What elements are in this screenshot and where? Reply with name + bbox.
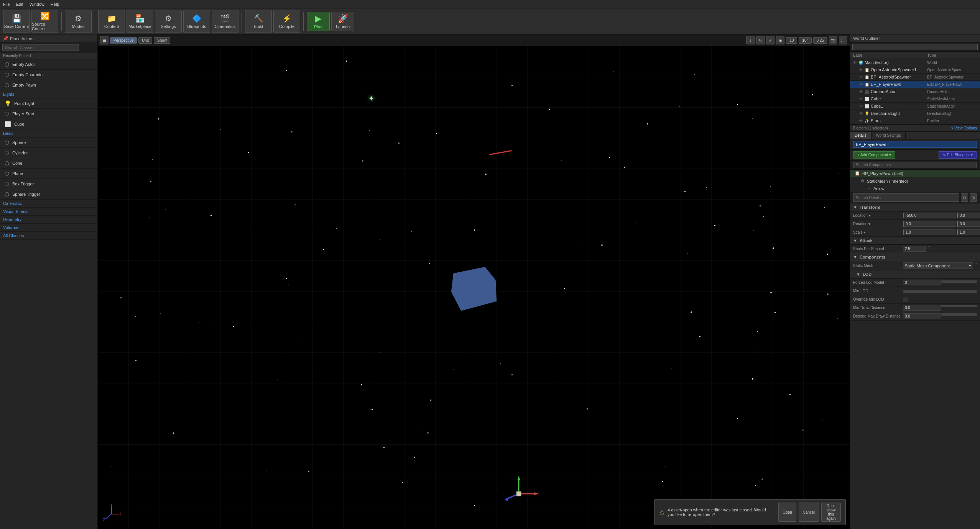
- viewport[interactable]: ☰ Perspective Unit Show ↕ ↻ ⤢ ◉ 10 10° 0…: [98, 34, 850, 529]
- camera-speed-btn[interactable]: 📷: [829, 36, 837, 44]
- box-trigger-icon: ⬡: [5, 181, 9, 187]
- build-button[interactable]: 🔨 Build: [245, 10, 272, 33]
- category-basic[interactable]: Basic: [0, 129, 97, 138]
- actor-name-input[interactable]: [853, 141, 977, 148]
- cinematics-button[interactable]: 🎬 Cinematics: [212, 10, 238, 33]
- category-all-classes[interactable]: All Classes: [0, 232, 97, 240]
- lod-section-header[interactable]: ▼ LOD: [850, 270, 980, 278]
- outliner-item-open-asteroid[interactable]: 👁 📋 Open AsteroidSpawner1 Open AsteroidS…: [850, 66, 980, 74]
- static-mesh-dropdown[interactable]: Static Mesh Component ▾: [903, 262, 973, 269]
- outliner-item-cube[interactable]: 👁 ⬜ Cube StaticMeshActor: [850, 95, 980, 103]
- view-options-btn[interactable]: ▾ View Options: [951, 126, 977, 130]
- scale-y-input[interactable]: [957, 229, 980, 235]
- comp-item-self[interactable]: 📋 BP_PlayerPawn (self): [850, 170, 980, 177]
- actor-item-empty-character[interactable]: ⬡ Empty Character: [0, 70, 97, 80]
- shots-help-icon[interactable]: ?: [928, 246, 931, 252]
- coord-btn[interactable]: ◉: [776, 36, 784, 44]
- show-btn[interactable]: Show: [154, 37, 170, 44]
- notification-dont-show-btn[interactable]: Don't show this again: [821, 503, 841, 522]
- min-draw-slider[interactable]: [941, 305, 977, 307]
- actor-item-box-trigger[interactable]: ⬡ Box Trigger: [0, 179, 97, 189]
- location-x-input[interactable]: [903, 213, 956, 218]
- rotate-btn[interactable]: ↻: [756, 36, 765, 44]
- actor-item-sphere[interactable]: ⬡ Sphere: [0, 138, 97, 148]
- world-settings-tab[interactable]: World Settings: [871, 132, 906, 139]
- rot-snap-btn[interactable]: 10°: [799, 37, 811, 44]
- outliner-item-bp-asteroid[interactable]: 👁 📋 BP_AsteroidSpawner BP_AsteroidSpawne…: [850, 74, 980, 81]
- min-draw-distance-input[interactable]: [903, 305, 941, 311]
- rotation-x-input[interactable]: [903, 221, 956, 227]
- desired-max-slider[interactable]: [941, 313, 977, 316]
- actor-item-cone[interactable]: ⬡ Cone: [0, 158, 97, 169]
- location-y-input[interactable]: [957, 213, 980, 218]
- override-min-lod-checkbox[interactable]: [903, 297, 908, 302]
- outliner-item-main[interactable]: 👁 🌍 Main (Editor) World: [850, 59, 980, 66]
- menu-window[interactable]: Window: [30, 2, 44, 7]
- unit-btn[interactable]: Unit: [138, 37, 152, 44]
- menu-help[interactable]: Help: [51, 2, 59, 7]
- scale-x-input[interactable]: [903, 229, 956, 235]
- outliner-search-input[interactable]: [852, 44, 978, 50]
- menu-file[interactable]: File: [3, 2, 10, 7]
- actor-item-cube[interactable]: ⬜ Cube: [0, 119, 97, 129]
- transform-section-header[interactable]: ▼ Transform: [850, 203, 980, 211]
- actor-item-point-light[interactable]: 💡 Point Light: [0, 98, 97, 109]
- min-lod-slider[interactable]: [903, 290, 977, 293]
- outliner-item-cube1[interactable]: 👁 ⬜ Cube1 StaticMeshActor: [850, 103, 980, 110]
- content-button[interactable]: 📁 Content: [98, 10, 125, 33]
- actor-item-empty-actor[interactable]: ⬡ Empty Actor: [0, 59, 97, 70]
- actor-item-sphere-trigger[interactable]: ⬡ Sphere Trigger: [0, 189, 97, 200]
- actor-item-empty-pawn[interactable]: ⬡ Empty Pawn: [0, 80, 97, 90]
- outliner-item-stars[interactable]: 👁 ✨ Stars Emitter: [850, 117, 980, 124]
- outliner-item-bp-player[interactable]: 👁 📋 BP_PlayerPawn Edit BP_PlayerPawn: [850, 81, 980, 88]
- category-volumes[interactable]: Volumes: [0, 224, 97, 232]
- component-search-input[interactable]: [853, 162, 977, 168]
- actor-item-player-start[interactable]: ⬡ Player Start: [0, 109, 97, 119]
- comp-item-static-mesh[interactable]: ⚙ StaticMesh (Inherited): [850, 177, 980, 185]
- notification-open-btn[interactable]: Open: [778, 503, 796, 522]
- desired-max-draw-input[interactable]: [903, 313, 941, 319]
- comp-item-arrow[interactable]: → Arrow: [850, 185, 980, 192]
- maximize-btn[interactable]: ⛶: [839, 36, 847, 44]
- modes-button[interactable]: ⚙ Modes: [65, 10, 92, 33]
- scale-btn[interactable]: ⤢: [766, 36, 774, 44]
- category-visual-effects[interactable]: Visual Effects: [0, 208, 97, 216]
- translate-btn[interactable]: ↕: [746, 36, 755, 44]
- compile-button[interactable]: ⚡ Compile: [273, 10, 300, 33]
- edit-blueprint-button[interactable]: ✎ Edit Blueprint ▾: [939, 151, 977, 159]
- settings-button[interactable]: ⚙ Settings: [155, 10, 182, 33]
- category-cinematic[interactable]: Cinematic: [0, 200, 97, 208]
- marketplace-button[interactable]: 🏪 Marketplace: [127, 10, 153, 33]
- category-geometry[interactable]: Geometry: [0, 216, 97, 224]
- actor-item-cylinder[interactable]: ⬡ Cylinder: [0, 148, 97, 158]
- details-search-input[interactable]: [853, 193, 959, 202]
- save-current-button[interactable]: 💾 Save Current: [3, 10, 30, 33]
- grid-snap-btn[interactable]: 10: [786, 37, 797, 44]
- scale-snap-btn[interactable]: 0.25: [813, 37, 827, 44]
- perspective-btn[interactable]: Perspective: [110, 37, 137, 44]
- category-lights[interactable]: Lights: [0, 90, 97, 98]
- details-tab[interactable]: Details: [850, 132, 871, 139]
- source-control-button[interactable]: 🔀 Source Control: [31, 10, 58, 33]
- menu-edit[interactable]: Edit: [16, 2, 23, 7]
- launch-button[interactable]: 🚀 Launch: [331, 12, 354, 31]
- viewport-menu-btn[interactable]: ☰: [100, 36, 109, 44]
- details-collapse-btn[interactable]: ⊟: [961, 193, 968, 202]
- static-mesh-help[interactable]: ?: [975, 262, 977, 269]
- forced-lod-input[interactable]: [903, 280, 941, 285]
- components-section-header[interactable]: ▼ Components: [850, 253, 980, 261]
- search-classes-input[interactable]: [2, 44, 79, 51]
- notification-cancel-btn[interactable]: Cancel: [799, 503, 819, 522]
- play-button[interactable]: ▶ Play: [307, 12, 330, 31]
- attack-section-header[interactable]: ▼ Attack: [850, 237, 980, 245]
- add-component-button[interactable]: + Add Component ▾: [853, 151, 895, 159]
- actor-item-plane[interactable]: ⬡ Plane: [0, 169, 97, 179]
- outliner-item-camera[interactable]: 👁 🎥 CameraActor CameraActor: [850, 88, 980, 95]
- details-expand-btn[interactable]: ⊞: [970, 193, 977, 202]
- shots-per-second-input[interactable]: [903, 246, 926, 252]
- right-panel: World Outliner Label Type 👁 🌍 Main (Edit…: [850, 34, 980, 529]
- forced-lod-slider[interactable]: [941, 280, 977, 283]
- rotation-y-input[interactable]: [957, 221, 980, 227]
- blueprints-button[interactable]: 🔷 Blueprints: [183, 10, 210, 33]
- outliner-item-directional-light[interactable]: 👁 💡 DirectionalLight DirectionalLight: [850, 110, 980, 117]
